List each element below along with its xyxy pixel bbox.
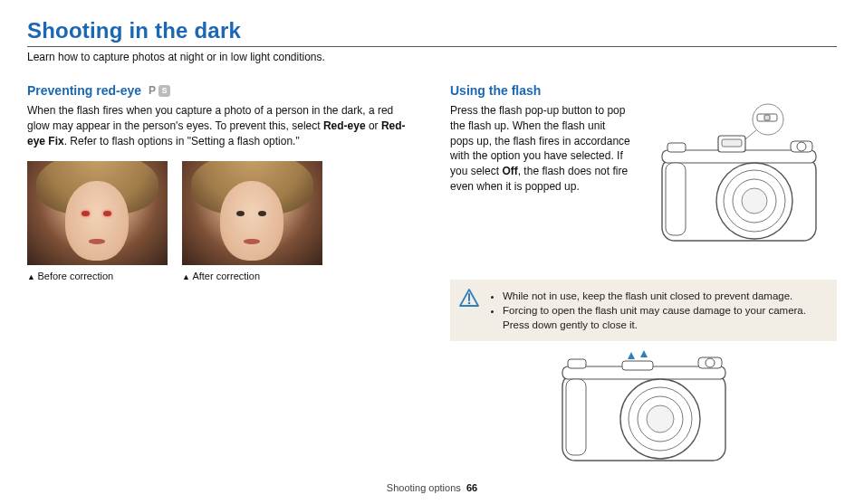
lips <box>244 239 260 244</box>
svg-rect-31 <box>566 379 586 455</box>
left-column: Preventing red-eye P S When the flash fi… <box>27 83 414 471</box>
warning-item-2: Forcing to open the flash unit may cause… <box>503 303 826 332</box>
preventing-red-eye-heading: Preventing red-eye P S <box>27 83 414 98</box>
red-eye-paragraph: When the flash fires when you capture a … <box>27 103 414 148</box>
svg-point-26 <box>706 358 715 367</box>
warning-list: While not in use, keep the flash unit cl… <box>490 289 826 332</box>
red-eye-left <box>82 211 90 216</box>
svg-point-18 <box>468 302 471 305</box>
warning-icon <box>459 289 479 307</box>
using-the-flash-heading: Using the flash <box>450 83 837 98</box>
page-title: Shooting in the dark <box>27 18 837 43</box>
mode-s-icon: S <box>158 85 170 97</box>
lips <box>89 239 105 244</box>
photo-before-block: Before correction <box>27 161 168 281</box>
caption-after: After correction <box>182 271 322 281</box>
content-columns: Preventing red-eye P S When the flash fi… <box>27 83 837 471</box>
camera-flash-close-illustration <box>450 348 837 471</box>
heading-text: Preventing red-eye <box>27 83 141 98</box>
photo-after <box>182 161 322 265</box>
svg-rect-7 <box>722 139 742 147</box>
eye-left <box>236 211 245 216</box>
caption-before: Before correction <box>27 271 168 281</box>
heading-text: Using the flash <box>450 83 541 98</box>
warning-item-1: While not in use, keep the flash unit cl… <box>503 289 826 303</box>
mode-p-icon: P <box>149 84 156 97</box>
svg-rect-23 <box>622 361 653 370</box>
comparison-photos: Before correction After correction <box>27 161 414 281</box>
eye-right <box>258 211 266 216</box>
right-column: Using the flash Press the flash pop-up b… <box>450 83 837 471</box>
bold-red-eye: Red-eye <box>323 119 366 132</box>
svg-marker-20 <box>640 350 648 357</box>
text-run: or <box>366 119 381 132</box>
svg-point-30 <box>647 405 674 433</box>
page-intro: Learn how to capture photos at night or … <box>27 51 837 63</box>
flash-row: Press the flash pop-up button to pop the… <box>450 103 837 252</box>
svg-rect-15 <box>666 163 686 235</box>
svg-marker-19 <box>628 352 635 359</box>
svg-point-14 <box>742 188 767 214</box>
photo-before <box>27 161 168 265</box>
bold-off: Off <box>502 165 517 177</box>
flash-paragraph: Press the flash pop-up button to pop the… <box>450 103 631 252</box>
page-footer: Shooting options 66 <box>0 482 864 493</box>
camera-flash-open-illustration <box>644 103 837 252</box>
red-eye-right <box>103 211 111 216</box>
footer-page-number: 66 <box>466 482 477 493</box>
svg-rect-8 <box>667 143 686 152</box>
text-run: . Refer to flash options in "Setting a f… <box>64 135 300 147</box>
svg-rect-3 <box>764 115 770 120</box>
svg-rect-24 <box>568 359 586 368</box>
title-rule <box>27 46 837 47</box>
warning-box: While not in use, keep the flash unit cl… <box>450 280 837 341</box>
mode-badges: P S <box>149 84 170 97</box>
footer-section: Shooting options <box>387 482 461 493</box>
svg-point-10 <box>797 142 806 151</box>
photo-after-block: After correction <box>182 161 322 281</box>
